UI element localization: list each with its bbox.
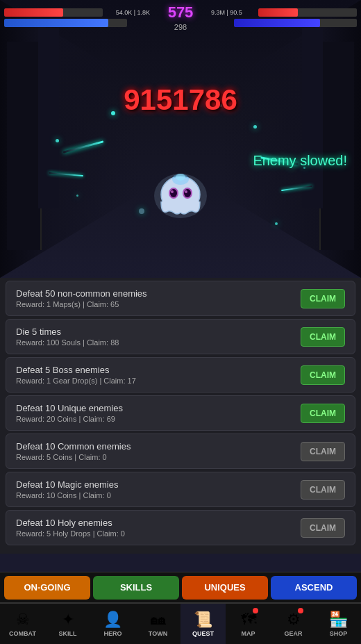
claim-button[interactable]: CLAIM (301, 289, 345, 308)
nav-item-shop[interactable]: 🏪SHOP (316, 604, 361, 644)
claim-button[interactable]: CLAIM (301, 365, 345, 385)
quest-item: Defeat 10 Common enemiesReward: 5 Coins … (6, 434, 355, 469)
nav-icon-map: 🗺 (241, 611, 256, 629)
nav-item-skill[interactable]: ✦SKILL (45, 604, 90, 644)
nav-icon-gear: ⚙ (287, 611, 301, 629)
tab-uniques[interactable]: UNIQUES (182, 576, 268, 600)
quest-title: Defeat 5 Boss enemies (16, 365, 301, 375)
quest-reward: Reward: 20 Coins | Claim: 69 (16, 415, 301, 423)
nav-item-combat[interactable]: ☠COMBAT (0, 604, 45, 644)
quest-reward: Reward: 5 Coins | Claim: 0 (16, 453, 301, 461)
nav-label-skill: SKILL (59, 630, 77, 637)
enemy-sprite (149, 167, 212, 225)
hud: 54.0K | 1.8K 575 298 9.3M | 90.5 (0, 0, 361, 35)
enemy-hp-bar (258, 8, 357, 17)
bottom-nav: ☠COMBAT✦SKILL👤HERO🏘TOWN📜QUEST🗺MAP⚙GEAR🏪S… (0, 602, 361, 644)
quest-reward: Reward: 10 Coins | Claim: 0 (16, 491, 301, 499)
quest-item: Defeat 10 Unique enemiesReward: 20 Coins… (6, 395, 355, 431)
nav-item-quest[interactable]: 📜QUEST (180, 604, 226, 644)
nav-item-town[interactable]: 🏘TOWN (135, 604, 180, 644)
nav-label-town: TOWN (149, 630, 167, 637)
svg-point-3 (170, 189, 177, 197)
tab-skills[interactable]: SKILLS (93, 576, 179, 600)
claim-button[interactable]: CLAIM (301, 518, 345, 538)
quest-title: Defeat 10 Holy enemies (16, 518, 301, 528)
quest-reward: Reward: 1 Gear Drop(s) | Claim: 17 (16, 377, 301, 385)
quest-title: Die 5 times (16, 327, 301, 337)
nav-dot (298, 608, 303, 613)
nav-item-gear[interactable]: ⚙GEAR (271, 604, 316, 644)
tab-ascend[interactable]: ASCEND (271, 576, 357, 600)
player-xp-bar (4, 19, 127, 27)
nav-icon-skill: ✦ (62, 611, 74, 629)
quest-tab-bar: ON-GOING SKILLS UNIQUES ASCEND (0, 572, 361, 602)
game-area: 54.0K | 1.8K 575 298 9.3M | 90.5 (0, 0, 361, 278)
quest-item: Defeat 5 Boss enemiesReward: 1 Gear Drop… (6, 357, 355, 393)
quest-reward: Reward: 5 Holy Drops | Claim: 0 (16, 529, 301, 538)
quest-title: Defeat 10 Unique enemies (16, 403, 301, 413)
nav-icon-combat: ☠ (16, 611, 30, 629)
nav-label-map: MAP (242, 630, 255, 637)
claim-button[interactable]: CLAIM (301, 327, 345, 347)
svg-point-9 (176, 174, 185, 181)
player-center-hp: 575 (168, 3, 194, 22)
nav-label-shop: SHOP (330, 630, 348, 637)
nav-label-gear: GEAR (284, 630, 302, 637)
nav-item-map[interactable]: 🗺MAP (226, 604, 271, 644)
nav-label-quest: QUEST (192, 630, 214, 637)
player-hp-label: 54.0K | 1.8K (105, 9, 150, 16)
enemy-hp-label: 9.3M | 90.5 (211, 9, 256, 16)
claim-button[interactable]: CLAIM (301, 404, 345, 423)
enemy-mp-bar (234, 19, 357, 27)
quest-item: Defeat 10 Magic enemiesReward: 10 Coins … (6, 472, 355, 507)
svg-point-6 (184, 189, 191, 197)
nav-dot (253, 608, 258, 613)
claim-button[interactable]: CLAIM (301, 480, 345, 499)
quest-title: Defeat 50 non-common enemies (16, 288, 301, 299)
nav-icon-quest: 📜 (194, 611, 212, 629)
quest-item: Defeat 50 non-common enemiesReward: 1 Ma… (6, 281, 355, 316)
damage-number: 9151786 (124, 83, 237, 117)
nav-icon-hero: 👤 (103, 611, 122, 629)
quest-item: Defeat 10 Holy enemiesReward: 5 Holy Dro… (6, 510, 355, 545)
quest-list: Defeat 50 non-common enemiesReward: 1 Ma… (0, 278, 361, 554)
nav-icon-shop: 🏪 (329, 611, 348, 629)
quest-title: Defeat 10 Magic enemies (16, 479, 301, 490)
nav-label-combat: COMBAT (9, 630, 36, 637)
nav-item-hero[interactable]: 👤HERO (90, 604, 135, 644)
status-text: Enemy slowed! (253, 153, 347, 169)
quest-title: Defeat 10 Common enemies (16, 441, 301, 452)
claim-button[interactable]: CLAIM (301, 442, 345, 461)
player-center-sub: 298 (174, 23, 187, 31)
quest-reward: Reward: 100 Souls | Claim: 88 (16, 338, 301, 347)
svg-point-4 (171, 190, 174, 193)
svg-point-7 (185, 190, 187, 193)
player-hp-bar (4, 8, 103, 17)
quest-reward: Reward: 1 Maps(s) | Claim: 65 (16, 300, 301, 308)
nav-icon-town: 🏘 (151, 611, 166, 629)
tab-ongoing[interactable]: ON-GOING (4, 576, 90, 600)
quest-item: Die 5 timesReward: 100 Souls | Claim: 88… (6, 319, 355, 354)
nav-label-hero: HERO (103, 630, 121, 637)
